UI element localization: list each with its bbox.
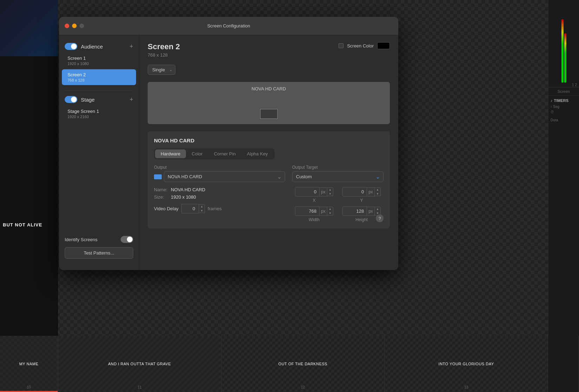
width-down-arrow[interactable]: ▼ — [327, 211, 333, 216]
preview-screen-rect — [260, 109, 278, 119]
y-field: px ▲ ▼ Y — [340, 187, 384, 203]
output-target-select[interactable]: Custom Standard — [292, 171, 384, 182]
output-select-wrapper: NOVA HD CARD — [164, 171, 285, 182]
identify-screens-label: Identify Screens — [65, 237, 97, 242]
main-content: Screen 2 768 x 128 Screen Color Single D… — [139, 35, 398, 270]
titlebar: Screen Configuration — [59, 17, 398, 35]
width-input-row: px ▲ ▼ — [295, 206, 333, 216]
lyrics-bar: MY NAME 10 AND I RAN OUTTA THAT GRAVE 11… — [0, 336, 579, 392]
output-select[interactable]: NOVA HD CARD — [164, 171, 285, 182]
list-item[interactable]: MY NAME 10 — [0, 336, 58, 392]
modal-body: Audience + Screen 1 1920 x 1080 Screen 2… — [59, 35, 398, 270]
video-delay-row: Video Delay ▲ ▼ frames — [154, 204, 285, 213]
close-button[interactable] — [65, 24, 69, 28]
tab-color[interactable]: Color — [186, 149, 208, 158]
stepper-down[interactable]: ▼ — [199, 209, 205, 213]
tab-alpha-key[interactable]: Alpha Key — [242, 149, 274, 158]
preview-label: NOVA HD CARD — [252, 86, 286, 91]
width-arrows: ▲ ▼ — [327, 207, 333, 216]
x-arrows: ▲ ▼ — [327, 187, 333, 196]
right-side-panel: 1 2 Screen ♪ TIMERS › Seg ⏱ Dura › Col — [548, 0, 579, 392]
timers-title: ♪ TIMERS — [551, 98, 577, 103]
width-up-arrow[interactable]: ▲ — [327, 207, 333, 211]
height-input[interactable] — [342, 206, 367, 216]
screen-title: Screen 2 — [148, 42, 180, 51]
width-unit: px — [320, 207, 327, 216]
tabs-row: Hardware Color Corner Pin Alpha Key — [154, 148, 275, 159]
duration-row: Dura — [548, 117, 579, 123]
x-down-arrow[interactable]: ▼ — [327, 192, 333, 196]
height-input-row: px ▲ ▼ — [342, 206, 381, 216]
screen-color-row: Screen Color — [339, 42, 390, 49]
name-value: NOVA HD CARD — [171, 187, 205, 192]
card-section: NOVA HD CARD Hardware Color Corner Pin A… — [148, 131, 390, 229]
modal-window: Screen Configuration Audience + Screen 1 — [59, 17, 398, 270]
size-label: Size: — [154, 194, 168, 200]
expand-icon: › — [551, 105, 552, 109]
video-delay-input[interactable] — [181, 204, 199, 213]
width-label: Width — [309, 217, 320, 222]
x-input[interactable] — [295, 187, 320, 197]
sidebar-item-stage-screen1[interactable]: Stage Screen 1 1920 x 2160 — [62, 106, 136, 122]
screen-dims: 768 x 128 — [148, 52, 180, 58]
help-button[interactable]: ? — [376, 214, 384, 222]
tab-hardware[interactable]: Hardware — [155, 149, 186, 158]
mode-select-wrapper: Single Dual Mirror — [148, 65, 175, 75]
left-panel-top — [0, 0, 58, 56]
screen-color-checkbox[interactable] — [339, 43, 343, 48]
frames-label: frames — [208, 206, 222, 211]
list-item[interactable]: OUT OF THE DARKNESS 12 — [221, 336, 385, 392]
hardware-right: Output Target Custom Standard — [292, 165, 384, 222]
y-unit: px — [367, 187, 375, 197]
sidebar-divider — [65, 91, 133, 91]
meter-bar-left — [561, 19, 564, 83]
clock-icon: ⏱ — [551, 110, 554, 114]
meter-value-label: 1 2 — [548, 83, 579, 87]
stage-screen1-dims: 1920 x 2160 — [67, 115, 130, 119]
audience-toggle[interactable] — [65, 43, 77, 50]
stage-add-button[interactable]: + — [129, 96, 133, 103]
left-panel-bg — [0, 0, 58, 392]
sidebar-item-screen2[interactable]: Screen 2 768 x 128 — [62, 69, 136, 85]
screen2-dims: 768 x 128 — [67, 78, 130, 82]
screen-color-label: Screen Color — [347, 43, 374, 49]
mode-select-row: Single Dual Mirror — [148, 65, 390, 75]
tab-corner-pin[interactable]: Corner Pin — [208, 149, 241, 158]
x-up-arrow[interactable]: ▲ — [327, 188, 333, 192]
x-input-row: px ▲ ▼ — [295, 187, 333, 197]
stage-toggle[interactable] — [65, 96, 77, 103]
video-delay-stepper: ▲ ▼ — [181, 204, 205, 213]
sidebar-item-screen1[interactable]: Screen 1 1920 x 1080 — [62, 53, 136, 69]
toggle-knob-stage — [71, 97, 77, 102]
sidebar-footer: Identify Screens Test Patterns... — [59, 230, 139, 264]
mode-select[interactable]: Single Dual Mirror — [148, 65, 175, 75]
audience-header: Audience + — [59, 41, 139, 52]
y-input-row: px ▲ ▼ — [342, 187, 381, 197]
audio-meter — [548, 0, 579, 84]
width-input[interactable] — [295, 206, 320, 216]
y-up-arrow[interactable]: ▲ — [375, 188, 380, 192]
screen1-dims: 1920 x 1080 — [67, 62, 130, 66]
stage-section: Stage + Stage Screen 1 1920 x 2160 — [59, 94, 139, 122]
meter-bar-right — [564, 33, 566, 83]
audience-add-button[interactable]: + — [129, 43, 133, 50]
output-target-wrapper: Custom Standard — [292, 171, 384, 182]
maximize-button[interactable] — [79, 24, 84, 28]
but-not-alive-text: BUT NOT ALIVE — [0, 221, 45, 229]
coord-grid: px ▲ ▼ X — [292, 187, 384, 222]
stage-screen1-name: Stage Screen 1 — [67, 109, 130, 114]
timers-section: ♪ TIMERS › Seg ⏱ — [548, 96, 579, 117]
minimize-button[interactable] — [72, 24, 77, 28]
list-item[interactable]: AND I RAN OUTTA THAT GRAVE 11 — [58, 336, 221, 392]
y-input[interactable] — [342, 187, 367, 197]
height-up-arrow[interactable]: ▲ — [375, 207, 380, 211]
stage-title: Stage — [81, 97, 126, 103]
stepper-up[interactable]: ▲ — [199, 205, 205, 209]
screen-color-swatch[interactable] — [377, 42, 390, 49]
list-item[interactable]: INTO YOUR GLORIOUS DAY 13 — [385, 336, 548, 392]
identify-screens-toggle[interactable] — [121, 236, 133, 243]
y-down-arrow[interactable]: ▼ — [375, 192, 380, 196]
identify-screens-row: Identify Screens — [65, 236, 133, 243]
test-patterns-button[interactable]: Test Patterns... — [65, 247, 133, 259]
output-field: Output NOVA HD CARD — [154, 165, 285, 182]
